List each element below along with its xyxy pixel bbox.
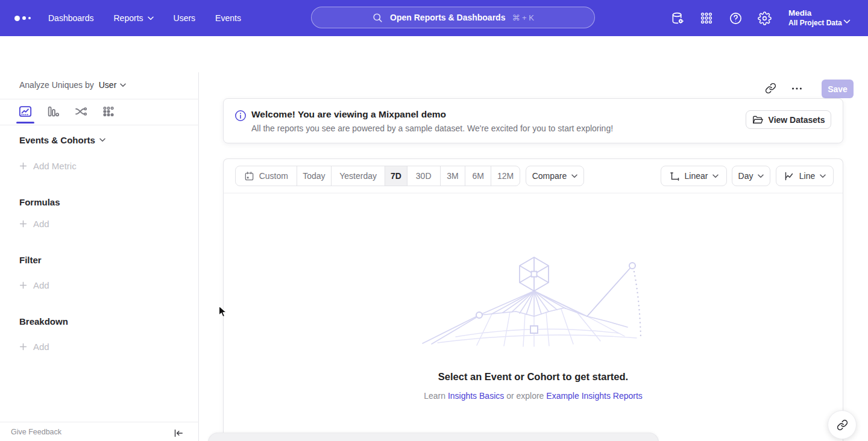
nav-icon-group <box>670 0 772 36</box>
logo-dot <box>14 16 20 21</box>
view-datasets-button[interactable]: View Datasets <box>746 110 831 129</box>
scale-linear-button[interactable]: Linear <box>661 166 727 186</box>
add-filter-label: Add <box>33 280 49 290</box>
plus-icon <box>19 162 27 170</box>
date-range-7d-selected[interactable]: 7D <box>385 166 407 186</box>
date-range-3m[interactable]: 3M <box>440 166 465 186</box>
analyze-value: User <box>99 80 117 90</box>
info-icon <box>234 110 247 122</box>
date-range-label: 3M <box>447 171 458 181</box>
section-title-label: Filter <box>19 255 42 265</box>
view-datasets-label: View Datasets <box>769 115 825 125</box>
tab-flow-chart[interactable] <box>74 104 88 119</box>
chart-toolbar: Custom Today Yesterday 7D 30D 3M 6M 12M … <box>224 159 843 193</box>
add-formula-label: Add <box>33 219 49 229</box>
date-range-label: Yesterday <box>339 171 377 181</box>
nav-item-label: Reports <box>114 13 143 23</box>
banner-body: All the reports you see are powered by a… <box>251 124 613 133</box>
search-shortcut: ⌘ + K <box>512 13 534 22</box>
chevron-down-icon <box>148 16 154 20</box>
interval-day-button[interactable]: Day <box>732 166 770 186</box>
nav-item-label: Users <box>174 13 196 23</box>
bottom-sheet-edge[interactable] <box>208 433 659 441</box>
calendar-icon <box>244 171 254 181</box>
empty-state-title: Select an Event or Cohort to get started… <box>224 371 843 383</box>
selected-tab-indicator <box>16 122 34 124</box>
linear-axis-icon <box>669 170 680 181</box>
collapse-sidebar-icon[interactable] <box>172 428 184 439</box>
apps-grid-icon[interactable] <box>699 11 714 25</box>
tab-bar-chart[interactable] <box>46 104 60 119</box>
filter-section-title: Filter <box>19 255 42 265</box>
search-placeholder: Open Reports & Dashboards <box>390 13 505 22</box>
project-switcher[interactable]: Media All Project Data <box>788 8 842 28</box>
plus-icon <box>19 343 27 351</box>
learn-prefix: Learn <box>424 391 445 401</box>
nav-item-label: Dashboards <box>48 13 94 23</box>
global-search-input[interactable]: Open Reports & Dashboards ⌘ + K <box>311 7 595 28</box>
add-formula-button[interactable]: Add <box>19 219 49 229</box>
search-icon <box>372 12 383 23</box>
mixpanel-logo[interactable] <box>14 0 31 36</box>
date-range-picker: Custom Today Yesterday 7D 30D 3M 6M 12M <box>235 166 520 186</box>
link-icon <box>837 419 848 431</box>
date-range-label: 6M <box>473 171 484 181</box>
logo-dot <box>22 16 26 20</box>
banner-title: Welcome! You are viewing a Mixpanel demo <box>251 109 446 120</box>
date-range-label: 30D <box>416 171 432 181</box>
nav-item-reports[interactable]: Reports <box>114 13 154 23</box>
date-range-yesterday[interactable]: Yesterday <box>331 166 385 186</box>
project-subtitle: All Project Data <box>788 18 842 28</box>
date-range-6m[interactable]: 6M <box>465 166 491 186</box>
section-title-label: Events & Cohorts <box>19 135 95 145</box>
events-cohorts-section-title[interactable]: Events & Cohorts <box>19 135 105 145</box>
compare-button[interactable]: Compare <box>526 166 584 186</box>
chart-type-line-button[interactable]: Line <box>776 166 834 186</box>
add-breakdown-button[interactable]: Add <box>19 342 49 352</box>
tab-insights-line-chart[interactable] <box>18 104 33 119</box>
example-reports-link[interactable]: Example Insights Reports <box>546 391 643 401</box>
empty-state-links: Learn Insights Basics or explore Example… <box>224 391 843 401</box>
add-breakdown-label: Add <box>33 342 49 352</box>
nav-item-dashboards[interactable]: Dashboards <box>48 13 94 23</box>
project-chevron-down-icon[interactable] <box>843 16 851 27</box>
date-range-label: Today <box>303 171 325 181</box>
nav-items: Dashboards Reports Users Events <box>48 0 241 36</box>
more-options-icon[interactable] <box>790 83 804 95</box>
divider <box>0 99 199 99</box>
line-chart-icon <box>784 170 794 181</box>
connector-text: or explore <box>506 391 544 401</box>
chevron-down-icon <box>120 83 126 87</box>
add-metric-button[interactable]: Add Metric <box>19 161 77 171</box>
plus-icon <box>19 281 27 289</box>
chevron-down-icon <box>99 138 105 142</box>
chart-type-label: Line <box>799 171 815 181</box>
date-range-today[interactable]: Today <box>297 166 332 186</box>
empty-state-illustration <box>420 254 649 347</box>
date-range-30d[interactable]: 30D <box>407 166 440 186</box>
logo-dot <box>28 17 31 19</box>
settings-gear-icon[interactable] <box>757 11 772 25</box>
scale-label: Linear <box>685 171 708 181</box>
date-range-12m[interactable]: 12M <box>491 166 520 186</box>
section-title-label: Formulas <box>19 197 60 207</box>
date-range-custom[interactable]: Custom <box>236 166 297 186</box>
chevron-down-icon <box>820 174 826 178</box>
analyze-uniques-selector[interactable]: Analyze Uniques by User <box>19 80 126 90</box>
tab-scatter-chart[interactable] <box>101 104 116 119</box>
data-management-icon[interactable] <box>670 11 685 25</box>
copy-link-icon[interactable] <box>765 83 777 95</box>
date-range-label: Custom <box>259 171 288 181</box>
nav-item-users[interactable]: Users <box>174 13 196 23</box>
insights-basics-link[interactable]: Insights Basics <box>448 391 504 401</box>
help-icon[interactable] <box>728 11 743 25</box>
copy-url-fab[interactable] <box>828 410 857 439</box>
mixpanel-insights-page: Dashboards Reports Users Events Open Rep… <box>0 0 868 441</box>
save-button[interactable]: Save <box>822 80 854 98</box>
nav-item-events[interactable]: Events <box>215 13 241 23</box>
give-feedback-link[interactable]: Give Feedback <box>11 428 61 436</box>
add-filter-button[interactable]: Add <box>19 280 49 290</box>
interval-label: Day <box>738 171 753 181</box>
query-sidebar: Analyze Uniques by User <box>0 72 199 441</box>
add-metric-label: Add Metric <box>33 161 77 171</box>
